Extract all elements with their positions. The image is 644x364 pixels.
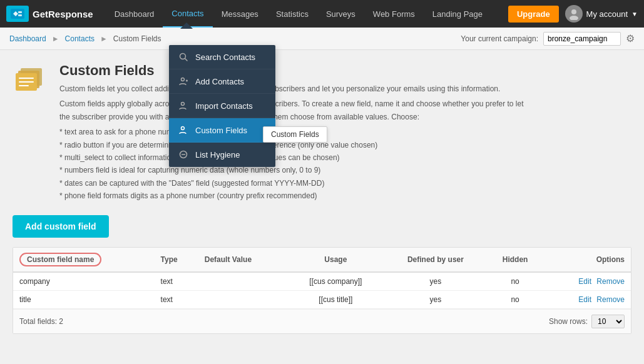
- svg-rect-1: [18, 11, 22, 13]
- breadcrumb: Dashboard ► Contacts ► Custom Fields: [9, 34, 161, 43]
- desc-line-2: Custom fields apply globally across all …: [59, 98, 529, 123]
- contacts-dropdown[interactable]: Search Contacts Add Contacts: [169, 45, 275, 167]
- nav-items: Dashboard Contacts Messages Statistics S…: [106, 0, 508, 28]
- show-rows-select[interactable]: 10 25 50 100: [591, 315, 625, 328]
- field-name-title: title: [13, 290, 155, 308]
- account-label: My account: [586, 9, 628, 19]
- custom-fields-dropdown-label: Custom Fields: [195, 126, 247, 135]
- total-fields: Total fields: 2: [19, 317, 63, 326]
- field-name-company: company: [13, 272, 155, 291]
- svg-point-13: [181, 78, 185, 81]
- nav-right: Upgrade My account ▼: [508, 5, 638, 23]
- bullet-6: * phone field formats digits as a phone …: [59, 190, 529, 202]
- gear-icon[interactable]: ⚙: [626, 33, 635, 44]
- field-default-title: [198, 290, 287, 308]
- logo-icon: [6, 6, 29, 22]
- field-name-header: Custom field name: [19, 253, 101, 266]
- import-contacts-label: Import Contacts: [195, 101, 253, 111]
- desc-line-1: Custom fields let you collect additional…: [59, 83, 529, 95]
- dropdown-list-hygiene[interactable]: List Hygiene: [169, 143, 275, 167]
- breadcrumb-row: Dashboard ► Contacts ► Custom Fields You…: [0, 28, 644, 50]
- col-header-usage: Usage: [287, 248, 384, 272]
- avatar: [565, 5, 583, 23]
- dropdown-add-contacts[interactable]: Add Contacts: [169, 69, 275, 94]
- field-hidden-title: no: [487, 290, 543, 308]
- remove-company-link[interactable]: Remove: [596, 277, 625, 286]
- campaign-bar: Your current campaign: bronze_campaign ⚙: [461, 32, 635, 46]
- top-navigation: GetResponse Dashboard Contacts Messages …: [0, 0, 644, 28]
- logo-text: GetResponse: [33, 9, 93, 19]
- search-contacts-label: Search Contacts: [195, 53, 255, 62]
- field-usage-title: [[cus title]]: [287, 290, 384, 308]
- col-header-name: Custom field name: [13, 248, 155, 272]
- breadcrumb-sep-1: ►: [52, 34, 59, 43]
- svg-point-16: [181, 103, 185, 106]
- table-row: company text [[cus company]] yes no Edit…: [13, 272, 631, 291]
- campaign-label: Your current campaign:: [461, 34, 538, 43]
- campaign-select[interactable]: bronze_campaign: [543, 32, 621, 46]
- breadcrumb-contacts[interactable]: Contacts: [65, 34, 95, 43]
- field-default-company: [198, 272, 287, 291]
- nav-statistics[interactable]: Statistics: [267, 0, 317, 28]
- field-options-company: Edit Remove: [543, 272, 631, 291]
- logo[interactable]: GetResponse: [6, 6, 93, 22]
- svg-point-4: [570, 16, 578, 20]
- search-icon: [178, 51, 189, 63]
- edit-title-link[interactable]: Edit: [578, 295, 591, 304]
- bullet-4: * numbers field is ideal for capturing n…: [59, 164, 529, 176]
- breadcrumb-dashboard[interactable]: Dashboard: [9, 34, 46, 43]
- dropdown-custom-fields[interactable]: Custom Fields: [169, 118, 275, 143]
- table-header-row: Custom field name Type Default Value Usa…: [13, 248, 631, 272]
- nav-dashboard[interactable]: Dashboard: [106, 0, 163, 28]
- field-usage-company: [[cus company]]: [287, 272, 384, 291]
- table-footer: Total fields: 2 Show rows: 10 25 50 100: [13, 309, 631, 333]
- custom-fields-tooltip: Custom Fields: [263, 126, 327, 143]
- remove-title-link[interactable]: Remove: [596, 295, 625, 304]
- minus-circle-icon: [178, 149, 189, 160]
- page-title: Custom Fields: [59, 63, 529, 79]
- show-rows-label: Show rows:: [549, 317, 588, 326]
- bullet-5: * dates can be captured with the "Dates"…: [59, 177, 529, 190]
- add-custom-field-button[interactable]: Add custom field: [13, 215, 109, 238]
- table-row: title text [[cus title]] yes no Edit Rem…: [13, 290, 631, 308]
- show-rows-control: Show rows: 10 25 50 100: [549, 315, 625, 328]
- dropdown-search-contacts[interactable]: Search Contacts: [169, 45, 275, 69]
- list-hygiene-label: List Hygiene: [195, 150, 240, 159]
- field-options-title: Edit Remove: [543, 290, 631, 308]
- field-type-company: text: [155, 272, 198, 291]
- upgrade-button[interactable]: Upgrade: [508, 6, 559, 23]
- field-defined-title: yes: [384, 290, 487, 308]
- field-defined-company: yes: [384, 272, 487, 291]
- page-icon: [13, 63, 50, 94]
- col-header-hidden: Hidden: [487, 248, 543, 272]
- col-header-default: Default Value: [198, 248, 287, 272]
- nav-messages[interactable]: Messages: [213, 0, 267, 28]
- svg-rect-2: [18, 14, 22, 16]
- person-add-icon: [178, 76, 189, 87]
- field-hidden-company: no: [487, 272, 543, 291]
- svg-point-17: [181, 127, 185, 130]
- edit-company-link[interactable]: Edit: [578, 277, 591, 286]
- person-custom-icon: [178, 124, 189, 136]
- account-section[interactable]: My account ▼: [565, 5, 638, 23]
- main-content: Custom Fields Custom fields let you coll…: [0, 50, 644, 363]
- chevron-down-icon: ▼: [631, 11, 638, 18]
- nav-contacts[interactable]: Contacts: [163, 0, 212, 28]
- breadcrumb-sep-2: ►: [100, 34, 108, 43]
- person-import-icon: [178, 100, 189, 111]
- col-header-defined: Defined by user: [384, 248, 487, 272]
- svg-line-12: [185, 59, 188, 61]
- col-header-type: Type: [155, 248, 198, 272]
- svg-point-3: [571, 9, 576, 14]
- col-header-options: Options: [543, 248, 631, 272]
- field-type-title: text: [155, 290, 198, 308]
- add-contacts-label: Add Contacts: [195, 77, 244, 86]
- nav-landingpage[interactable]: Landing Page: [424, 0, 491, 28]
- bullet-3: * multi_select to collect information ab…: [59, 151, 529, 164]
- breadcrumb-current: Custom Fields: [113, 34, 161, 43]
- nav-webforms[interactable]: Web Forms: [364, 0, 424, 28]
- custom-fields-table: Custom field name Type Default Value Usa…: [13, 247, 631, 334]
- nav-surveys[interactable]: Surveys: [317, 0, 364, 28]
- cf-tooltip-text: Custom Fields: [271, 130, 319, 139]
- dropdown-import-contacts[interactable]: Import Contacts: [169, 94, 275, 118]
